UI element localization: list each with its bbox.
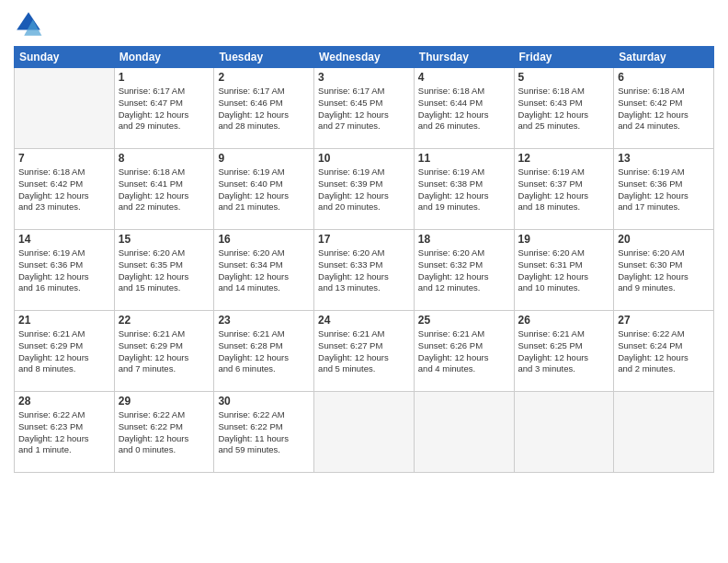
day-info: Sunrise: 6:18 AM Sunset: 6:43 PM Dayligh… [518, 86, 610, 132]
page: Sunday Monday Tuesday Wednesday Thursday… [0, 0, 728, 563]
day-info: Sunrise: 6:17 AM Sunset: 6:46 PM Dayligh… [218, 86, 310, 132]
day-info: Sunrise: 6:22 AM Sunset: 6:24 PM Dayligh… [618, 328, 710, 375]
day-number: 16 [218, 233, 310, 246]
day-info: Sunrise: 6:20 AM Sunset: 6:35 PM Dayligh… [119, 247, 210, 294]
col-saturday: Saturday [614, 47, 714, 68]
day-info: Sunrise: 6:22 AM Sunset: 6:22 PM Dayligh… [218, 409, 310, 456]
day-info: Sunrise: 6:19 AM Sunset: 6:39 PM Dayligh… [318, 167, 410, 213]
table-row: 8Sunrise: 6:18 AM Sunset: 6:41 PM Daylig… [114, 149, 214, 230]
day-number: 17 [318, 233, 410, 246]
logo [14, 9, 47, 39]
table-row: 5Sunrise: 6:18 AM Sunset: 6:43 PM Daylig… [514, 68, 614, 149]
day-number: 2 [218, 71, 310, 84]
calendar-table: Sunday Monday Tuesday Wednesday Thursday… [14, 46, 714, 473]
table-row [314, 392, 415, 473]
day-info: Sunrise: 6:18 AM Sunset: 6:41 PM Dayligh… [119, 167, 210, 213]
table-row: 25Sunrise: 6:21 AM Sunset: 6:26 PM Dayli… [414, 311, 514, 392]
day-info: Sunrise: 6:21 AM Sunset: 6:29 PM Dayligh… [18, 328, 110, 375]
table-row: 15Sunrise: 6:20 AM Sunset: 6:35 PM Dayli… [114, 230, 214, 311]
table-row: 20Sunrise: 6:20 AM Sunset: 6:30 PM Dayli… [614, 230, 714, 311]
col-tuesday: Tuesday [214, 47, 314, 68]
table-row: 19Sunrise: 6:20 AM Sunset: 6:31 PM Dayli… [514, 230, 614, 311]
calendar-week-row: 14Sunrise: 6:19 AM Sunset: 6:36 PM Dayli… [15, 230, 714, 311]
day-info: Sunrise: 6:18 AM Sunset: 6:42 PM Dayligh… [618, 86, 710, 132]
day-number: 5 [518, 71, 610, 84]
day-number: 20 [618, 233, 710, 246]
table-row: 6Sunrise: 6:18 AM Sunset: 6:42 PM Daylig… [614, 68, 714, 149]
day-info: Sunrise: 6:19 AM Sunset: 6:40 PM Dayligh… [218, 167, 310, 213]
day-number: 18 [418, 233, 510, 246]
day-info: Sunrise: 6:21 AM Sunset: 6:26 PM Dayligh… [418, 328, 510, 375]
table-row: 22Sunrise: 6:21 AM Sunset: 6:29 PM Dayli… [114, 311, 214, 392]
day-number: 24 [318, 314, 410, 327]
day-info: Sunrise: 6:17 AM Sunset: 6:47 PM Dayligh… [119, 86, 210, 132]
table-row: 1Sunrise: 6:17 AM Sunset: 6:47 PM Daylig… [114, 68, 214, 149]
day-info: Sunrise: 6:19 AM Sunset: 6:38 PM Dayligh… [418, 167, 510, 213]
day-number: 10 [318, 152, 410, 165]
day-info: Sunrise: 6:21 AM Sunset: 6:27 PM Dayligh… [318, 328, 410, 375]
day-info: Sunrise: 6:21 AM Sunset: 6:29 PM Dayligh… [119, 328, 210, 375]
day-number: 27 [618, 314, 710, 327]
table-row: 7Sunrise: 6:18 AM Sunset: 6:42 PM Daylig… [15, 149, 115, 230]
table-row: 26Sunrise: 6:21 AM Sunset: 6:25 PM Dayli… [514, 311, 614, 392]
table-row [15, 68, 115, 149]
table-row: 30Sunrise: 6:22 AM Sunset: 6:22 PM Dayli… [214, 392, 314, 473]
table-row [514, 392, 614, 473]
day-number: 9 [218, 152, 310, 165]
table-row: 28Sunrise: 6:22 AM Sunset: 6:23 PM Dayli… [15, 392, 115, 473]
day-info: Sunrise: 6:19 AM Sunset: 6:36 PM Dayligh… [618, 167, 710, 213]
day-number: 14 [18, 233, 110, 246]
day-number: 13 [618, 152, 710, 165]
table-row: 13Sunrise: 6:19 AM Sunset: 6:36 PM Dayli… [614, 149, 714, 230]
day-number: 19 [518, 233, 610, 246]
day-number: 11 [418, 152, 510, 165]
table-row [614, 392, 714, 473]
day-number: 23 [218, 314, 310, 327]
calendar-week-row: 7Sunrise: 6:18 AM Sunset: 6:42 PM Daylig… [15, 149, 714, 230]
table-row: 29Sunrise: 6:22 AM Sunset: 6:22 PM Dayli… [114, 392, 214, 473]
day-number: 22 [119, 314, 210, 327]
day-number: 8 [119, 152, 210, 165]
day-number: 12 [518, 152, 610, 165]
table-row: 11Sunrise: 6:19 AM Sunset: 6:38 PM Dayli… [414, 149, 514, 230]
day-info: Sunrise: 6:18 AM Sunset: 6:42 PM Dayligh… [18, 167, 110, 213]
day-info: Sunrise: 6:22 AM Sunset: 6:22 PM Dayligh… [119, 409, 210, 456]
day-number: 21 [18, 314, 110, 327]
day-info: Sunrise: 6:19 AM Sunset: 6:36 PM Dayligh… [18, 247, 110, 294]
table-row: 9Sunrise: 6:19 AM Sunset: 6:40 PM Daylig… [214, 149, 314, 230]
col-wednesday: Wednesday [314, 47, 415, 68]
day-info: Sunrise: 6:20 AM Sunset: 6:31 PM Dayligh… [518, 247, 610, 294]
day-info: Sunrise: 6:19 AM Sunset: 6:37 PM Dayligh… [518, 167, 610, 213]
day-number: 28 [18, 395, 110, 408]
day-number: 1 [119, 71, 210, 84]
calendar-week-row: 28Sunrise: 6:22 AM Sunset: 6:23 PM Dayli… [15, 392, 714, 473]
table-row: 17Sunrise: 6:20 AM Sunset: 6:33 PM Dayli… [314, 230, 415, 311]
logo-icon [14, 9, 43, 39]
day-info: Sunrise: 6:21 AM Sunset: 6:25 PM Dayligh… [518, 328, 610, 375]
table-row: 16Sunrise: 6:20 AM Sunset: 6:34 PM Dayli… [214, 230, 314, 311]
day-info: Sunrise: 6:20 AM Sunset: 6:30 PM Dayligh… [618, 247, 710, 294]
day-number: 6 [618, 71, 710, 84]
day-info: Sunrise: 6:17 AM Sunset: 6:45 PM Dayligh… [318, 86, 410, 132]
day-number: 15 [119, 233, 210, 246]
col-friday: Friday [514, 47, 614, 68]
day-number: 30 [218, 395, 310, 408]
table-row: 14Sunrise: 6:19 AM Sunset: 6:36 PM Dayli… [15, 230, 115, 311]
day-number: 7 [18, 152, 110, 165]
table-row: 24Sunrise: 6:21 AM Sunset: 6:27 PM Dayli… [314, 311, 415, 392]
day-number: 4 [418, 71, 510, 84]
table-row [414, 392, 514, 473]
table-row: 3Sunrise: 6:17 AM Sunset: 6:45 PM Daylig… [314, 68, 415, 149]
header [14, 9, 714, 39]
day-number: 3 [318, 71, 410, 84]
table-row: 18Sunrise: 6:20 AM Sunset: 6:32 PM Dayli… [414, 230, 514, 311]
day-info: Sunrise: 6:22 AM Sunset: 6:23 PM Dayligh… [18, 409, 110, 456]
col-sunday: Sunday [15, 47, 115, 68]
table-row: 2Sunrise: 6:17 AM Sunset: 6:46 PM Daylig… [214, 68, 314, 149]
day-info: Sunrise: 6:18 AM Sunset: 6:44 PM Dayligh… [418, 86, 510, 132]
table-row: 21Sunrise: 6:21 AM Sunset: 6:29 PM Dayli… [15, 311, 115, 392]
calendar-week-row: 21Sunrise: 6:21 AM Sunset: 6:29 PM Dayli… [15, 311, 714, 392]
day-info: Sunrise: 6:20 AM Sunset: 6:32 PM Dayligh… [418, 247, 510, 294]
day-info: Sunrise: 6:20 AM Sunset: 6:34 PM Dayligh… [218, 247, 310, 294]
day-number: 25 [418, 314, 510, 327]
